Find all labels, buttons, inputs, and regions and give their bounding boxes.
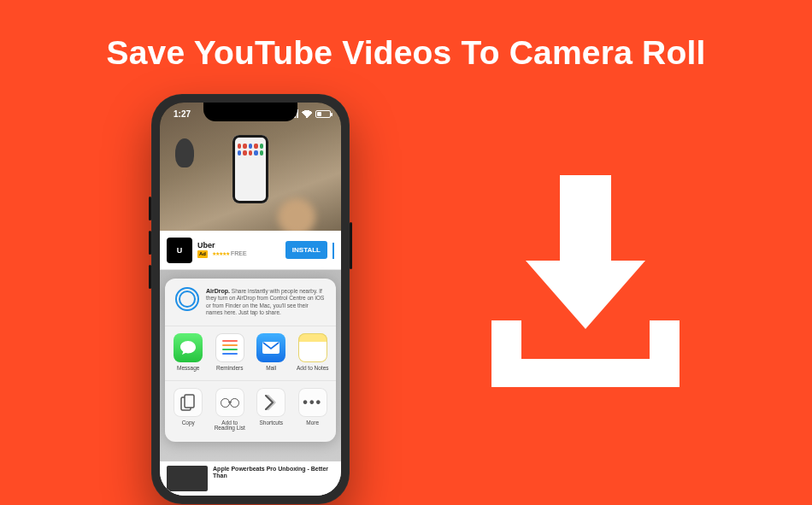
message-app-icon — [174, 333, 203, 362]
ios-share-sheet: AirDrop. Share instantly with people nea… — [165, 279, 336, 442]
share-app-label: Add to Notes — [297, 366, 329, 372]
iphone-screen: 1:27 U Uber Ad ★★★★★ FREE — [160, 103, 341, 496]
ad-subtitle: Ad ★★★★★ FREE — [197, 250, 280, 258]
action-label: Shortcuts — [260, 420, 283, 426]
action-copy[interactable]: Copy — [168, 388, 209, 432]
status-time: 1:27 — [174, 109, 191, 119]
reading-list-icon — [215, 388, 244, 417]
action-shortcuts[interactable]: Shortcuts — [251, 388, 291, 432]
share-app-label: Reminders — [216, 366, 243, 372]
ad-title: Uber — [197, 242, 280, 250]
action-more[interactable]: ••• More — [293, 388, 333, 432]
notch — [203, 103, 297, 121]
wifi-icon — [302, 110, 312, 118]
ad-badge: Ad — [197, 250, 208, 258]
next-video-row[interactable]: Apple Powerbeats Pro Unboxing - Better T… — [160, 461, 341, 496]
reminders-app-icon — [215, 333, 244, 362]
download-icon — [474, 167, 697, 389]
shortcuts-icon — [256, 388, 285, 417]
airdrop-icon — [175, 287, 199, 311]
svg-rect-2 — [185, 395, 194, 408]
next-video-thumbnail — [167, 466, 208, 491]
copy-icon — [174, 388, 203, 417]
next-video-title: Apple Powerbeats Pro Unboxing - Better T… — [213, 466, 334, 479]
share-app-reminders[interactable]: Reminders — [210, 333, 250, 372]
youtube-ad-row: U Uber Ad ★★★★★ FREE INSTALL — [160, 231, 341, 270]
iphone-device-frame: 1:27 U Uber Ad ★★★★★ FREE — [151, 94, 350, 504]
action-label: Add to Reading List — [215, 420, 245, 432]
action-reading-list[interactable]: Add to Reading List — [210, 388, 250, 432]
more-icon: ••• — [298, 388, 327, 417]
notes-app-icon — [298, 333, 327, 362]
install-button[interactable]: INSTALL — [285, 241, 327, 259]
action-label: Copy — [182, 420, 195, 426]
video-speaker-prop — [175, 138, 194, 167]
battery-icon — [315, 110, 331, 118]
action-label: More — [306, 420, 319, 426]
share-apps-row: Message Reminders — [165, 326, 336, 381]
share-actions-row: Copy Add to Reading List Shortcuts ••• — [165, 381, 336, 443]
airdrop-section[interactable]: AirDrop. Share instantly with people nea… — [165, 279, 336, 326]
svg-rect-3 — [560, 175, 611, 261]
mail-app-icon — [256, 333, 285, 362]
page-title: Save YouTube Videos To Camera Roll — [0, 34, 812, 72]
chevron-down-icon[interactable] — [332, 243, 334, 258]
share-app-label: Mail — [266, 366, 276, 372]
uber-logo-icon: U — [167, 238, 192, 263]
share-app-notes[interactable]: Add to Notes — [293, 333, 333, 372]
share-app-message[interactable]: Message — [168, 333, 209, 372]
ad-price: FREE — [231, 250, 247, 256]
share-app-label: Message — [177, 366, 199, 372]
ad-rating-stars-icon: ★★★★★ — [212, 251, 229, 256]
airdrop-description: AirDrop. Share instantly with people nea… — [206, 287, 326, 317]
share-app-mail[interactable]: Mail — [251, 333, 291, 372]
video-phone-prop — [232, 135, 268, 203]
